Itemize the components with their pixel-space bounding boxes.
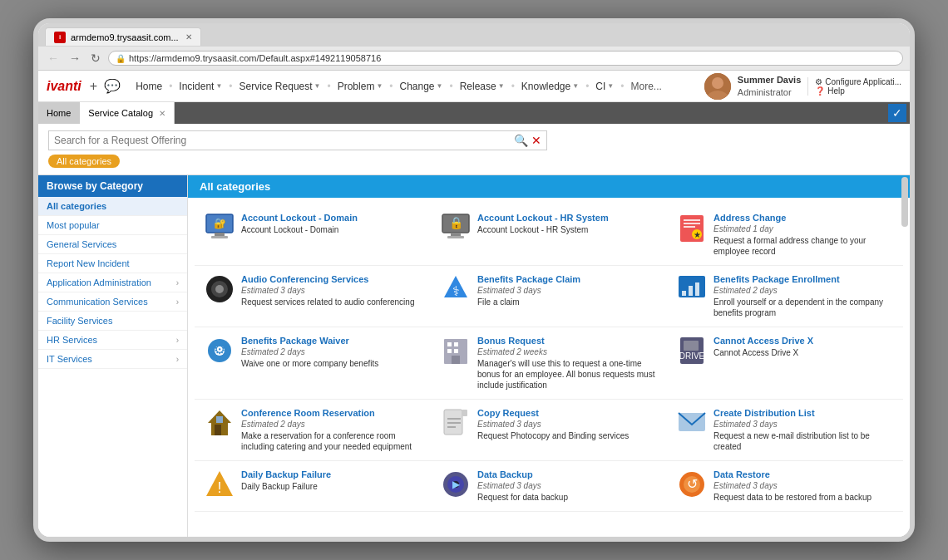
item-title-4[interactable]: Benefits Package Claim [477, 274, 657, 284]
browser-tab[interactable]: i armdemo9.trysaasit.com... ✕ [45, 27, 201, 46]
svg-rect-46 [447, 426, 456, 428]
item-title-12[interactable]: Daily Backup Failure [241, 469, 421, 479]
sidebar-header: Browse by Category [38, 175, 187, 197]
item-title-1[interactable]: Account Lockout - HR System [477, 213, 657, 223]
catalog-item-7[interactable]: Bonus RequestEstimated 2 weeksManager's … [431, 327, 667, 400]
sidebar-item-app-admin[interactable]: Application Administration › [38, 273, 187, 292]
item-estimate-10: Estimated 3 days [477, 420, 657, 429]
catalog-item-0[interactable]: 🔐Account Lockout - DomainAccount Lockout… [195, 204, 431, 266]
sidebar-item-report-incident[interactable]: Report New Incident [38, 254, 187, 273]
svg-text:🔐: 🔐 [214, 217, 226, 229]
breadcrumb-home[interactable]: Home [38, 102, 80, 124]
item-title-10[interactable]: Copy Request [477, 408, 657, 418]
search-input[interactable] [54, 135, 514, 146]
forward-btn[interactable]: → [67, 52, 83, 65]
clear-button[interactable]: ✕ [531, 134, 541, 147]
nav-release[interactable]: Release ▼ [455, 77, 510, 96]
catalog-item-6[interactable]: ⚙Benefits Package WaiverEstimated 2 days… [195, 327, 431, 400]
sidebar-item-hr[interactable]: HR Services › [38, 331, 187, 350]
catalog-item-12[interactable]: !Daily Backup FailureDaily Backup Failur… [195, 461, 431, 512]
nav-service-request[interactable]: Service Request ▼ [235, 77, 326, 96]
svg-rect-31 [454, 342, 458, 346]
svg-text:⚙: ⚙ [214, 342, 225, 356]
item-icon-2: ★ [677, 213, 707, 243]
nav-problem[interactable]: Problem ▼ [333, 77, 388, 96]
search-bar: 🔍 ✕ All categories [38, 124, 910, 175]
filter-tag[interactable]: All categories [48, 155, 120, 168]
item-icon-10 [441, 408, 471, 438]
item-estimate-2: Estimated 1 day [713, 224, 893, 233]
svg-rect-5 [211, 236, 228, 238]
catalog-item-4[interactable]: ⚕Benefits Package ClaimEstimated 3 daysF… [431, 266, 667, 327]
sidebar-item-comm-services[interactable]: Communication Services › [38, 292, 187, 312]
item-title-3[interactable]: Audio Conferencing Services [241, 274, 421, 284]
svg-rect-12 [684, 219, 700, 221]
refresh-btn[interactable]: ↻ [88, 52, 103, 65]
item-title-8[interactable]: Cannot Access Drive X [713, 336, 893, 346]
nav-more[interactable]: More... [625, 77, 666, 96]
breadcrumb-check: ✓ [888, 104, 906, 122]
catalog-item-1[interactable]: 🔒Account Lockout - HR SystemAccount Lock… [431, 204, 667, 266]
tab-close-btn[interactable]: ✕ [185, 32, 192, 42]
item-desc-6: Waive one or more company benefits [241, 358, 421, 369]
user-name: Summer Davis [738, 74, 801, 86]
help-link[interactable]: ❓ Help [815, 86, 901, 96]
nav-home[interactable]: Home [131, 77, 167, 96]
catalog-item-3[interactable]: Audio Conferencing ServicesEstimated 3 d… [195, 266, 431, 327]
item-estimate-6: Estimated 2 days [241, 347, 421, 356]
back-btn[interactable]: ← [45, 52, 62, 65]
sidebar-item-facility[interactable]: Facility Services [38, 312, 187, 331]
item-desc-11: Request a new e-mail distribution list t… [713, 430, 893, 452]
item-title-14[interactable]: Data Restore [713, 469, 893, 479]
search-button[interactable]: 🔍 [514, 134, 528, 147]
catalog-item-5[interactable]: Benefits Package EnrollmentEstimated 2 d… [667, 266, 903, 327]
nav-incident[interactable]: Incident ▼ [174, 77, 227, 96]
item-title-2[interactable]: Address Change [713, 213, 893, 223]
item-title-13[interactable]: Data Backup [477, 469, 657, 479]
scrollbar-indicator[interactable] [901, 177, 908, 227]
item-icon-7 [441, 336, 471, 366]
configure-link[interactable]: ⚙ Configure Applicati... [815, 77, 901, 86]
items-grid: 🔐Account Lockout - DomainAccount Lockout… [188, 198, 910, 518]
item-desc-3: Request services related to audio confer… [241, 297, 421, 307]
svg-rect-39 [215, 425, 221, 435]
catalog-item-8[interactable]: DRIVECannot Access Drive XCannot Access … [667, 327, 903, 400]
address-field[interactable]: 🔒 https://armdemo9.trysaasit.com/Default… [108, 51, 903, 66]
item-title-5[interactable]: Benefits Package Enrollment [713, 274, 893, 284]
nav-actions: + 💬 [88, 76, 122, 96]
svg-rect-34 [452, 356, 460, 364]
svg-text:🔒: 🔒 [449, 216, 464, 230]
sidebar-item-general-services[interactable]: General Services [38, 235, 187, 254]
item-icon-13: ▶ [441, 469, 471, 499]
item-desc-9: Make a reservation for a conference room… [241, 430, 421, 452]
user-area: Summer Davis Administrator ⚙ Configure A… [704, 73, 901, 100]
chat-btn[interactable]: 💬 [102, 76, 122, 96]
sidebar-item-all-categories[interactable]: All categories [38, 197, 187, 216]
item-icon-6: ⚙ [205, 336, 235, 366]
item-title-6[interactable]: Benefits Package Waiver [241, 336, 421, 346]
add-btn[interactable]: + [88, 77, 99, 96]
item-title-11[interactable]: Create Distribution List [713, 408, 893, 418]
svg-text:★: ★ [694, 230, 701, 239]
item-icon-14: ↺ [677, 469, 707, 499]
item-icon-12: ! [205, 469, 235, 499]
sidebar-item-most-popular[interactable]: Most popular [38, 216, 187, 235]
catalog-item-2[interactable]: ★Address ChangeEstimated 1 dayRequest a … [667, 204, 903, 266]
item-title-7[interactable]: Bonus Request [477, 336, 657, 346]
item-title-0[interactable]: Account Lockout - Domain [241, 213, 421, 223]
catalog-item-9[interactable]: Conference Room ReservationEstimated 2 d… [195, 400, 431, 461]
sidebar-item-it[interactable]: IT Services › [38, 350, 187, 369]
catalog-item-14[interactable]: ↺Data RestoreEstimated 3 daysRequest dat… [667, 461, 903, 512]
item-title-9[interactable]: Conference Room Reservation [241, 408, 421, 418]
svg-rect-43 [462, 410, 467, 416]
nav-change[interactable]: Change ▼ [395, 77, 448, 96]
catalog-item-11[interactable]: Create Distribution ListEstimated 3 days… [667, 400, 903, 461]
nav-knowledge[interactable]: Knowledge ▼ [516, 77, 584, 96]
catalog-item-13[interactable]: ▶Data BackupEstimated 3 daysRequest for … [431, 461, 667, 512]
nav-ci[interactable]: CI ▼ [590, 77, 619, 96]
catalog-item-10[interactable]: Copy RequestEstimated 3 daysRequest Phot… [431, 400, 667, 461]
tab-close-icon[interactable]: ✕ [159, 109, 165, 118]
breadcrumb-service-catalog[interactable]: Service Catalog ✕ [80, 102, 175, 124]
svg-rect-13 [684, 223, 700, 224]
item-desc-13: Request for data backup [477, 492, 657, 503]
